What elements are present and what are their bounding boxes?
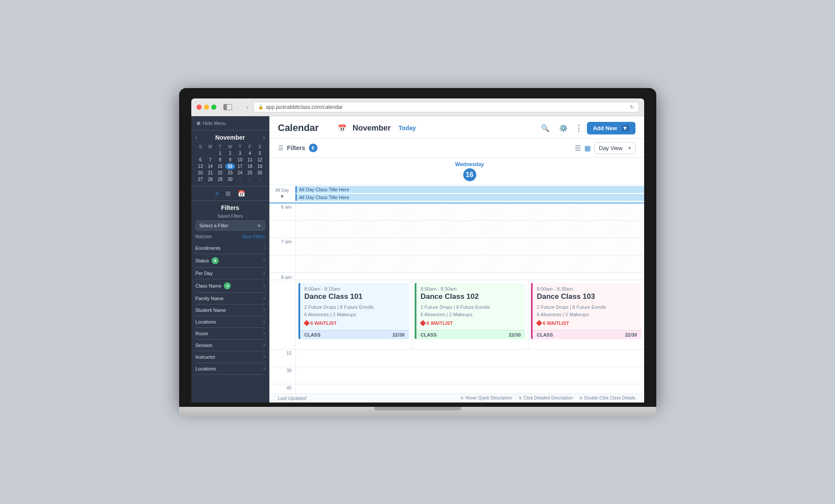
cal-day[interactable]: 27 xyxy=(196,176,206,183)
cal-day-today[interactable]: 16 xyxy=(225,163,235,170)
cal-day[interactable]: 28 xyxy=(205,176,215,183)
url-text: app.jackrabbitclass.com/calendar xyxy=(266,104,343,110)
cal-day[interactable]: 13 xyxy=(196,163,206,170)
filter-item-session-left: Session xyxy=(196,343,213,348)
cal-day[interactable]: 23 xyxy=(225,170,235,176)
filters-count-badge: 6 xyxy=(309,144,318,152)
minimize-window-button[interactable] xyxy=(204,105,209,110)
save-filters-button[interactable]: Save Filters xyxy=(242,234,265,239)
list-view-toggle-button[interactable]: ☰ xyxy=(575,144,581,152)
cal-day[interactable]: 22 xyxy=(215,170,225,176)
filter-item-perday[interactable]: Per Day › xyxy=(196,268,265,279)
close-window-button[interactable] xyxy=(196,105,202,110)
day-view-select[interactable]: Day View xyxy=(594,142,635,154)
calendar-grid[interactable]: Wednesday 16 All Day ▼ All Day Class xyxy=(269,158,644,393)
cal-day[interactable]: 21 xyxy=(205,170,215,176)
calendar-icon-button[interactable]: 📅 xyxy=(336,122,348,134)
time-row-6am: 6 am xyxy=(269,203,644,221)
filter-item-status[interactable]: Status 4 › xyxy=(196,254,265,268)
event-capacity-2: 22/30 xyxy=(509,332,521,337)
event-card-class1[interactable]: 8:00am - 8:15am Dance Class 101 2 Future… xyxy=(298,283,409,339)
grid-view-toggle-button[interactable]: ▦ xyxy=(584,144,591,152)
filter-item-session[interactable]: Session › xyxy=(196,340,265,351)
cal-day[interactable]: 4 xyxy=(245,150,255,157)
cal-day[interactable]: 14 xyxy=(205,163,215,170)
filter-item-locations[interactable]: Locations › xyxy=(196,316,265,328)
time-slot-730 xyxy=(295,255,644,272)
calendar-tool-button[interactable]: 📅 xyxy=(238,190,245,197)
event-waitlist-1: 6 WAITLIST xyxy=(305,321,405,326)
filter-item-room[interactable]: Room › xyxy=(196,328,265,340)
address-bar[interactable]: 🔒 app.jackrabbitclass.com/calendar ↻ xyxy=(253,102,639,112)
list-tool-button[interactable]: ⊞ xyxy=(226,190,231,197)
filter-classname-label: Class Name xyxy=(196,283,222,288)
cal-day[interactable]: 7 xyxy=(205,157,215,163)
sidebar-header: ▣ Hide Menu xyxy=(191,116,269,131)
today-button[interactable]: Today xyxy=(395,123,419,133)
allday-event[interactable]: All Day Class Title Here xyxy=(295,194,644,201)
cal-day[interactable]: 20 xyxy=(196,170,206,176)
cal-day[interactable]: 11 xyxy=(245,157,255,163)
filter-select[interactable]: Select a Filter xyxy=(196,220,265,231)
cal-day[interactable]: 19 xyxy=(255,163,265,170)
mini-cal-header: ‹ November › xyxy=(196,134,265,141)
filter-item-familyname[interactable]: Family Name › xyxy=(196,293,265,304)
allday-expand-button[interactable]: ▼ xyxy=(280,193,285,200)
filter-item-enrollments[interactable]: Enrollments › xyxy=(196,242,265,254)
more-options-button[interactable]: ⋮ xyxy=(575,123,583,133)
cal-day[interactable]: 24 xyxy=(235,170,245,176)
allday-event[interactable]: All Day Class Title Here xyxy=(295,186,644,193)
cal-day[interactable]: 25 xyxy=(245,170,255,176)
cal-day-other-month[interactable]: 2 xyxy=(245,176,255,183)
cal-day[interactable]: 6 xyxy=(196,157,206,163)
filters-panel-title: Filters xyxy=(196,204,265,211)
events-columns: 8:00am - 8:15am Dance Class 101 2 Future… xyxy=(295,280,644,349)
sidebar-toggle-icon[interactable] xyxy=(223,104,232,110)
cal-day[interactable]: 3 xyxy=(235,150,245,157)
next-month-button[interactable]: › xyxy=(263,134,265,141)
event-time-1: 8:00am - 8:15am xyxy=(305,286,405,291)
cal-day[interactable]: 29 xyxy=(215,176,225,183)
cal-day[interactable] xyxy=(196,150,206,157)
nav-back-button[interactable]: ‹ xyxy=(236,104,241,111)
prev-month-button[interactable]: ‹ xyxy=(196,134,197,141)
cal-day-other-month[interactable]: 3 xyxy=(255,176,265,183)
cal-day[interactable]: 18 xyxy=(245,163,255,170)
cal-day[interactable]: 17 xyxy=(235,163,245,170)
filter-tool-button[interactable]: ≡ xyxy=(215,190,219,197)
cal-day[interactable]: 10 xyxy=(235,157,245,163)
filter-item-studentname[interactable]: Student Name › xyxy=(196,304,265,316)
cal-day-other-month[interactable]: 1 xyxy=(235,176,245,183)
cal-day[interactable] xyxy=(205,150,215,157)
cal-day[interactable]: 30 xyxy=(225,176,235,183)
filter-item-instructor[interactable]: Instructor › xyxy=(196,351,265,363)
day-view-wrapper: Day View xyxy=(594,142,635,154)
events-section: 8:00am - 8:15am Dance Class 101 2 Future… xyxy=(269,280,644,350)
event-title-2: Dance Class 102 xyxy=(421,292,521,301)
event-card-class3[interactable]: 8:00am - 8:30am Dance Class 103 2 Future… xyxy=(531,283,642,339)
filter-icon-button[interactable]: ☰ xyxy=(278,144,284,151)
cal-day[interactable]: 26 xyxy=(255,170,265,176)
settings-button[interactable]: ⚙️ xyxy=(557,121,570,135)
cal-day[interactable]: 1 xyxy=(215,150,225,157)
maximize-window-button[interactable] xyxy=(211,105,216,110)
cal-day[interactable]: 5 xyxy=(255,150,265,157)
nav-forward-button[interactable]: › xyxy=(244,104,250,111)
mini-calendar: ‹ November › S M T W T xyxy=(191,131,269,186)
cal-day[interactable]: 9 xyxy=(225,157,235,163)
add-new-dropdown-arrow[interactable]: ▼ xyxy=(621,125,629,131)
event-card-class2[interactable]: 8:00am - 8:30am Dance Class 102 2 Future… xyxy=(415,283,525,339)
hide-menu-button[interactable]: Hide Menu xyxy=(203,121,226,126)
search-button[interactable]: 🔍 xyxy=(538,121,552,135)
cal-day[interactable]: 15 xyxy=(215,163,225,170)
filter-item-classname[interactable]: Class Name 4 › xyxy=(196,279,265,293)
sidebar: ▣ Hide Menu ‹ November › S xyxy=(191,116,269,403)
filter-item-locations2[interactable]: Locations › xyxy=(196,363,265,375)
cal-day[interactable]: 12 xyxy=(255,157,265,163)
add-new-button[interactable]: Add New ▼ xyxy=(587,122,635,134)
laptop-bottom xyxy=(179,407,656,416)
event-capacity-1: 22/30 xyxy=(393,332,405,337)
reload-button[interactable]: ↻ xyxy=(630,104,634,110)
cal-day[interactable]: 2 xyxy=(225,150,235,157)
cal-day[interactable]: 8 xyxy=(215,157,225,163)
